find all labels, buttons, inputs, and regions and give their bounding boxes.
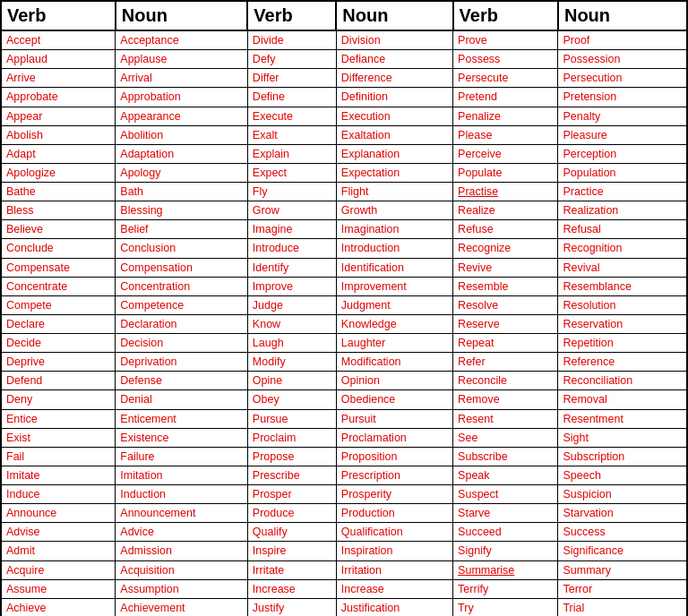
cell: Admission — [116, 542, 248, 560]
cell: Qualify — [247, 523, 336, 542]
cell: Failure — [116, 447, 248, 466]
cell: Explain — [247, 144, 336, 163]
column-header: Noun — [558, 1, 687, 30]
cell: Resent — [453, 409, 558, 428]
cell: Abolition — [116, 125, 248, 144]
table-row: AcquireAcquisitionIrritateIrritationSumm… — [1, 560, 687, 579]
cell: Admit — [1, 542, 116, 560]
cell: Resolve — [453, 295, 558, 314]
table-row: BelieveBeliefImagineImaginationRefuseRef… — [1, 220, 687, 239]
table-row: CompensateCompensationIdentifyIdentifica… — [1, 258, 687, 277]
column-header: Verb — [453, 1, 558, 30]
table-row: DecideDecisionLaughLaughterRepeatRepetit… — [1, 334, 687, 353]
cell: Opine — [247, 372, 336, 390]
table-row: AchieveAchievementJustifyJustificationTr… — [1, 598, 687, 616]
cell: Compensate — [1, 258, 116, 277]
cell: Suspicion — [558, 485, 687, 504]
cell: Propose — [247, 447, 336, 466]
cell: Improvement — [336, 277, 452, 295]
cell: Explanation — [336, 144, 452, 163]
cell: Fail — [1, 447, 116, 466]
cell: Achieve — [1, 598, 116, 616]
cell: Blessing — [116, 201, 248, 220]
cell: Concentrate — [1, 277, 116, 295]
cell: Reconcile — [453, 372, 558, 390]
cell: Adapt — [1, 144, 116, 163]
cell: Definition — [336, 88, 452, 107]
table-row: BlessBlessingGrowGrowthRealizeRealizatio… — [1, 201, 687, 220]
cell: Resemble — [453, 277, 558, 295]
cell: Modify — [247, 353, 336, 372]
cell: Qualification — [336, 523, 452, 542]
cell: Flight — [336, 183, 452, 201]
cell: Signify — [453, 542, 558, 560]
cell: Imitate — [1, 466, 116, 484]
cell: Applause — [116, 50, 248, 69]
cell: Know — [247, 314, 336, 333]
cell: Opinion — [336, 372, 452, 390]
cell: Decision — [116, 334, 248, 353]
cell: Identify — [247, 258, 336, 277]
cell: Differ — [247, 69, 336, 88]
table-row: InduceInductionProsperProsperitySuspectS… — [1, 485, 687, 504]
cell: Reservation — [558, 314, 687, 333]
cell: Existence — [116, 428, 248, 447]
cell: Possession — [558, 50, 687, 69]
cell: Exalt — [247, 125, 336, 144]
cell: Prescription — [336, 466, 452, 484]
cell: Revival — [558, 258, 687, 277]
cell: Conclude — [1, 239, 116, 258]
table-row: ExistExistenceProclaimProclamationSeeSig… — [1, 428, 687, 447]
cell: Summarise — [453, 560, 558, 579]
cell: Proof — [558, 30, 687, 50]
cell: Resentment — [558, 409, 687, 428]
cell: Expectation — [336, 163, 452, 182]
cell: Increase — [247, 579, 336, 598]
cell: Concentration — [116, 277, 248, 295]
table-row: EnticeEnticementPursuePursuitResentResen… — [1, 409, 687, 428]
table-row: AcceptAcceptanceDivideDivisionProveProof — [1, 30, 687, 50]
cell: Repetition — [558, 334, 687, 353]
cell: Grow — [247, 201, 336, 220]
cell: Prove — [453, 30, 558, 50]
cell: Judge — [247, 295, 336, 314]
cell: Believe — [1, 220, 116, 239]
cell: Approbation — [116, 88, 248, 107]
cell: Belief — [116, 220, 248, 239]
cell: Penalize — [453, 107, 558, 125]
cell: Summary — [558, 560, 687, 579]
cell: Announcement — [116, 504, 248, 523]
cell: Abolish — [1, 125, 116, 144]
table-row: BatheBathFlyFlightPractisePractice — [1, 183, 687, 201]
cell: Defense — [116, 372, 248, 390]
cell: Appearance — [116, 107, 248, 125]
table-row: ApplaudApplauseDefyDefiancePossessPosses… — [1, 50, 687, 69]
cell: Persecute — [453, 69, 558, 88]
cell: Defy — [247, 50, 336, 69]
table-row: AdaptAdaptationExplainExplanationPerceiv… — [1, 144, 687, 163]
cell: Proposition — [336, 447, 452, 466]
cell: Reference — [558, 353, 687, 372]
cell: Justification — [336, 598, 452, 616]
cell: Resolution — [558, 295, 687, 314]
cell: Proclaim — [247, 428, 336, 447]
cell: Appear — [1, 107, 116, 125]
cell: Increase — [336, 579, 452, 598]
cell: Proclamation — [336, 428, 452, 447]
cell: Irritate — [247, 560, 336, 579]
cell: Realization — [558, 201, 687, 220]
table-row: DepriveDeprivationModifyModificationRefe… — [1, 353, 687, 372]
cell: Speak — [453, 466, 558, 484]
cell: Starve — [453, 504, 558, 523]
cell: Perception — [558, 144, 687, 163]
cell: Declare — [1, 314, 116, 333]
cell: Reconciliation — [558, 372, 687, 390]
cell: Prescribe — [247, 466, 336, 484]
verb-noun-table: VerbNounVerbNounVerbNoun AcceptAcceptanc… — [0, 0, 688, 616]
cell: Practise — [453, 183, 558, 201]
cell: Repeat — [453, 334, 558, 353]
cell: Speech — [558, 466, 687, 484]
cell: Acceptance — [116, 30, 248, 50]
cell: Modification — [336, 353, 452, 372]
cell: Denial — [116, 390, 248, 409]
